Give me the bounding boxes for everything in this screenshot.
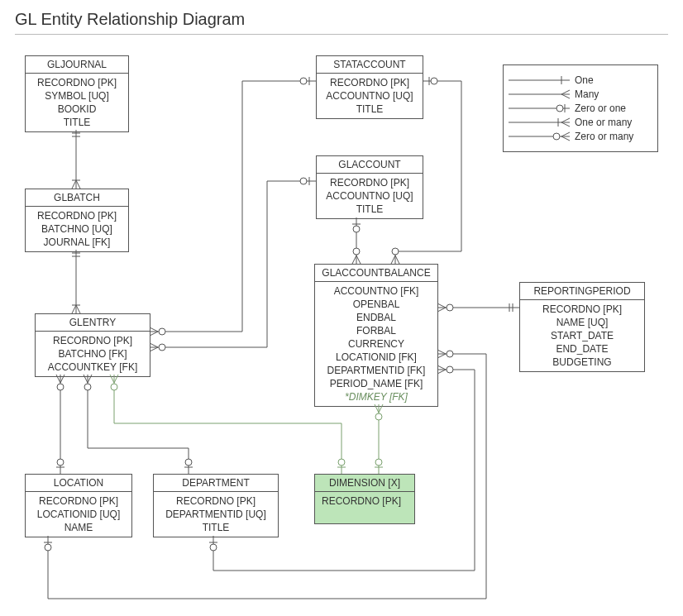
svg-line-19 [72, 180, 76, 189]
svg-line-41 [352, 255, 356, 264]
svg-point-37 [300, 178, 307, 184]
svg-point-67 [111, 384, 117, 390]
svg-point-35 [159, 344, 165, 351]
field: *DIMKEY [FK] [322, 390, 431, 404]
entity-fields: RECORDNO [PK] BATCHNO [FK] ACCOUNTKEY [F… [36, 332, 150, 376]
field: RECORDNO [PK] [527, 303, 638, 316]
legend-row-zero-or-many: Zero or many [509, 131, 652, 142]
svg-line-55 [437, 350, 446, 354]
field: CURRENCY [322, 337, 431, 351]
entity-fields: ACCOUNTNO [FK] OPENBAL ENDBAL FORBAL CUR… [315, 282, 437, 406]
svg-line-15 [561, 136, 570, 141]
field: ENDBAL [322, 311, 431, 324]
field: LOCATIONID [UQ] [32, 508, 125, 521]
field: ACCOUNTKEY [FK] [42, 361, 143, 374]
svg-point-30 [159, 328, 165, 335]
field: ACCOUNTNO [UQ] [323, 89, 416, 103]
entity-name: DEPARTMENT [154, 475, 278, 492]
field: JOURNAL [FK] [32, 236, 122, 249]
field: RECORDNO [PK] [322, 494, 408, 508]
page-title: GL Entity Relationship Diagram [15, 10, 668, 29]
svg-line-47 [395, 255, 399, 264]
entity-name: GLENTRY [36, 314, 150, 332]
svg-point-59 [45, 544, 51, 551]
svg-line-14 [561, 132, 570, 136]
entity-glbatch: GLBATCH RECORDNO [PK] BATCHNO [UQ] JOURN… [25, 189, 129, 252]
svg-point-57 [447, 351, 453, 357]
field: END_DATE [527, 342, 638, 356]
entity-glaccountbalance: GLACCOUNTBALANCE ACCOUNTNO [FK] OPENBAL … [314, 264, 438, 407]
field: TITLE [32, 116, 122, 129]
svg-point-6 [556, 105, 563, 112]
field: TITLE [323, 103, 416, 116]
entity-name: GLBATCH [26, 189, 128, 207]
entity-name: GLACCOUNT [317, 156, 423, 174]
entity-location: LOCATION RECORDNO [PK] LOCATIONID [UQ] N… [25, 474, 132, 537]
svg-point-43 [353, 248, 360, 255]
entity-fields: RECORDNO [PK] ACCOUNTNO [UQ] TITLE [317, 174, 423, 218]
field: RECORDNO [PK] [323, 176, 416, 189]
title-underline [15, 34, 668, 35]
entity-glentry: GLENTRY RECORDNO [PK] BATCHNO [FK] ACCOU… [35, 313, 150, 377]
legend: One Many Zero or one One or many Zero or… [503, 64, 658, 152]
legend-label: One or many [575, 117, 632, 128]
field: RECORDNO [PK] [160, 494, 271, 508]
svg-line-11 [561, 122, 570, 127]
svg-point-86 [185, 459, 192, 466]
svg-line-33 [150, 343, 158, 347]
svg-point-62 [447, 366, 453, 373]
field: TITLE [323, 203, 416, 216]
field: TITLE [160, 521, 271, 534]
svg-line-46 [391, 255, 395, 264]
svg-line-34 [150, 347, 158, 351]
field: RECORDNO [PK] [32, 209, 122, 222]
svg-line-26 [76, 305, 80, 313]
entity-fields: RECORDNO [PK] NAME [UQ] START_DATE END_D… [520, 300, 644, 371]
entity-dimension: DIMENSION [X] RECORDNO [PK] [314, 474, 415, 524]
entity-fields: RECORDNO [PK] SYMBOL [UQ] BOOKID TITLE [26, 74, 128, 131]
entity-stataccount: STATACCOUNT RECORDNO [PK] ACCOUNTNO [UQ]… [316, 55, 423, 119]
field: DEPARTMENTID [FK] [322, 364, 431, 377]
field: BATCHNO [UQ] [32, 222, 122, 236]
svg-point-13 [553, 133, 560, 140]
legend-row-one-or-many: One or many [509, 117, 652, 128]
field: ACCOUNTNO [UQ] [323, 189, 416, 203]
svg-point-54 [447, 304, 453, 311]
svg-line-4 [561, 94, 570, 98]
svg-point-45 [431, 78, 437, 84]
legend-row-zero-or-one: Zero or one [509, 103, 652, 114]
svg-point-79 [57, 384, 64, 390]
field: BOOKID [32, 103, 122, 116]
svg-point-84 [84, 384, 91, 390]
field: BATCHNO [FK] [42, 347, 143, 361]
entity-gljournal: GLJOURNAL RECORDNO [PK] SYMBOL [UQ] BOOK… [25, 55, 129, 132]
svg-line-60 [437, 365, 446, 370]
entity-fields: RECORDNO [PK] LOCATIONID [UQ] NAME [26, 492, 131, 537]
entity-name: DIMENSION [X] [315, 475, 414, 492]
field: START_DATE [527, 329, 638, 342]
svg-line-61 [437, 370, 446, 374]
svg-point-81 [57, 459, 64, 466]
field: ACCOUNTNO [FK] [322, 284, 431, 298]
legend-label: Many [575, 88, 599, 100]
svg-point-75 [375, 459, 382, 466]
field: LOCATIONID [FK] [322, 351, 431, 364]
field: NAME [UQ] [527, 316, 638, 329]
field: RECORDNO [PK] [323, 76, 416, 89]
svg-line-42 [356, 255, 361, 264]
field: RECORDNO [PK] [42, 334, 143, 347]
entity-fields: RECORDNO [PK] DEPARTMENTID [UQ] TITLE [154, 492, 278, 537]
field: DEPARTMENTID [UQ] [160, 508, 271, 521]
svg-point-32 [300, 78, 307, 84]
svg-point-69 [338, 459, 345, 466]
entity-name: GLJOURNAL [26, 56, 128, 74]
svg-line-29 [150, 332, 158, 336]
svg-point-64 [210, 544, 217, 551]
entity-reportingperiod: REPORTINGPERIOD RECORDNO [PK] NAME [UQ] … [519, 282, 645, 372]
entity-department: DEPARTMENT RECORDNO [PK] DEPARTMENTID [U… [153, 474, 279, 537]
field: RECORDNO [PK] [32, 494, 125, 508]
entity-glaccount: GLACCOUNT RECORDNO [PK] ACCOUNTNO [UQ] T… [316, 155, 423, 219]
entity-name: STATACCOUNT [317, 56, 423, 74]
er-diagram: GLJOURNAL RECORDNO [PK] SYMBOL [UQ] BOOK… [15, 43, 668, 614]
entity-fields: RECORDNO [PK] ACCOUNTNO [UQ] TITLE [317, 74, 423, 118]
